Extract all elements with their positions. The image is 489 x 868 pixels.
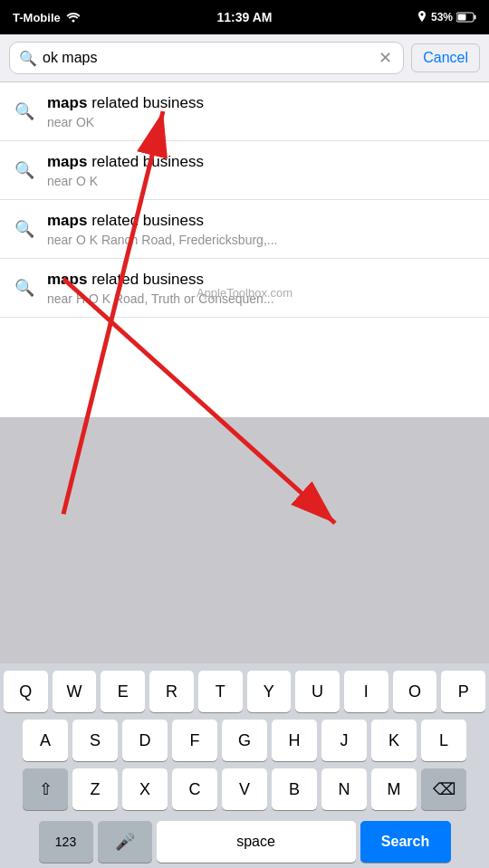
suggestion-title: maps related business [47,211,475,231]
key-c[interactable]: C [172,768,217,810]
numbers-key[interactable]: 123 [39,821,93,863]
cancel-button[interactable]: Cancel [411,43,480,72]
key-l[interactable]: L [421,720,466,761]
keyboard-bottom-row: 123 🎤 space Search [0,821,489,868]
suggestion-search-icon: 🔍 [14,219,34,239]
keyboard-row-1: Q W E R T Y U I O P [4,671,485,712]
key-v[interactable]: V [222,768,267,810]
suggestion-subtitle: near O K [47,174,475,188]
suggestions-list: 🔍 maps related business near OK 🔍 maps r… [0,82,489,417]
clear-button[interactable]: ✕ [377,48,394,68]
microphone-key[interactable]: 🎤 [98,821,152,863]
suggestion-subtitle: near OK [47,115,475,129]
search-key[interactable]: Search [360,821,451,863]
search-icon: 🔍 [19,50,37,67]
key-n[interactable]: N [321,768,367,810]
suggestion-title: maps related business [47,152,475,172]
carrier-text: T-Mobile [13,11,61,24]
key-h[interactable]: H [272,720,317,761]
key-u[interactable]: U [295,671,340,712]
status-bar: T-Mobile 11:39 AM 53% [0,0,489,34]
suggestion-text: maps related business near O K Ranch Roa… [47,211,475,247]
suggestion-text: maps related business near O K [47,152,475,188]
keyboard-row-3: ⇧ Z X C V B N M ⌫ [4,768,485,810]
suggestion-item[interactable]: 🔍 maps related business near H O K Road,… [0,259,489,318]
shift-key[interactable]: ⇧ [23,768,68,810]
suggestion-bold: maps [47,212,87,229]
space-key[interactable]: space [157,821,356,863]
battery-icon [456,12,476,23]
suggestion-item[interactable]: 🔍 maps related business near OK [0,82,489,141]
key-z[interactable]: Z [72,768,118,810]
key-t[interactable]: T [198,671,243,712]
suggestion-text: maps related business near H O K Road, T… [47,270,475,306]
suggestion-bold: maps [47,153,87,170]
battery-text: 53% [431,11,453,24]
search-bar: 🔍 ✕ Cancel [0,34,489,82]
search-input-wrapper[interactable]: 🔍 ✕ [9,42,404,74]
status-time: 11:39 AM [217,10,273,24]
svg-point-0 [72,20,74,23]
key-f[interactable]: F [172,720,217,761]
keyboard-row-2: A S D F G H J K L [4,720,485,761]
suggestion-search-icon: 🔍 [14,160,34,180]
suggestion-rest: related business [87,212,204,229]
key-r[interactable]: R [149,671,194,712]
delete-key[interactable]: ⌫ [421,768,466,810]
suggestion-item[interactable]: 🔍 maps related business near O K [0,141,489,200]
suggestion-rest: related business [87,153,204,170]
key-p[interactable]: P [441,671,485,712]
key-w[interactable]: W [53,671,97,712]
status-right: 53% [417,11,476,24]
suggestion-search-icon: 🔍 [14,278,34,298]
suggestion-text: maps related business near OK [47,93,475,129]
suggestion-bold: maps [47,94,87,111]
key-q[interactable]: Q [4,671,48,712]
suggestion-item[interactable]: 🔍 maps related business near O K Ranch R… [0,200,489,259]
key-a[interactable]: A [23,720,68,761]
key-g[interactable]: G [222,720,267,761]
suggestion-title: maps related business [47,93,475,113]
key-i[interactable]: I [344,671,388,712]
wifi-icon [66,12,81,23]
suggestion-rest: related business [87,94,204,111]
keyboard: Q W E R T Y U I O P A S D F G H J K L ⇧ … [0,663,489,868]
suggestion-search-icon: 🔍 [14,101,34,121]
suggestion-subtitle: near O K Ranch Road, Fredericksburg,... [47,233,475,247]
status-left: T-Mobile [13,11,81,24]
location-icon [417,11,427,24]
key-y[interactable]: Y [247,671,292,712]
suggestion-subtitle: near H O K Road, Truth or Consequen... [47,291,475,306]
svg-rect-2 [475,15,476,20]
suggestion-title: maps related business [47,270,475,290]
key-x[interactable]: X [122,768,168,810]
key-m[interactable]: M [371,768,417,810]
key-d[interactable]: D [122,720,168,761]
svg-rect-3 [458,14,466,21]
suggestion-rest: related business [87,271,204,288]
key-b[interactable]: B [272,768,317,810]
key-j[interactable]: J [321,720,367,761]
search-input[interactable] [43,50,371,66]
key-s[interactable]: S [72,720,118,761]
key-k[interactable]: K [371,720,417,761]
key-o[interactable]: O [393,671,437,712]
key-e[interactable]: E [101,671,145,712]
suggestion-bold: maps [47,271,87,288]
